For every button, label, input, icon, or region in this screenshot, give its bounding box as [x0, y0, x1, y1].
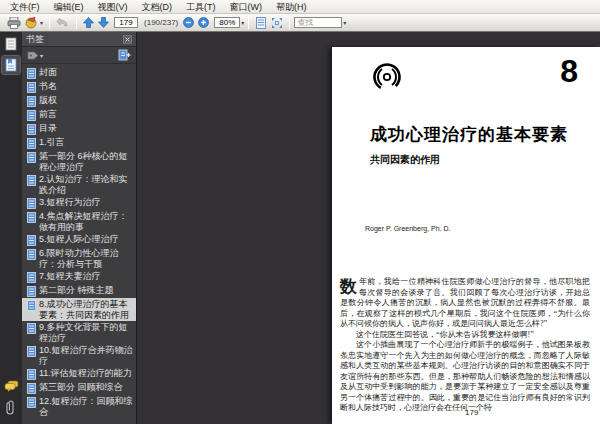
bookmark-label: 11.评估短程治疗的能力	[39, 368, 132, 379]
pages-panel-icon	[5, 37, 17, 51]
zoom-level-input[interactable]	[214, 17, 240, 28]
bookmark-page-icon	[27, 397, 36, 408]
bookmarks-panel-icon	[5, 58, 17, 72]
chapter-subtitle: 共同因素的作用	[370, 153, 440, 167]
bookmark-page-icon	[27, 96, 36, 107]
bookmark-item[interactable]: 12.短程治疗：回顾和综合	[22, 395, 136, 418]
next-page-button[interactable]	[96, 15, 111, 30]
bookmark-item[interactable]: 前言	[22, 108, 136, 122]
bookmark-page-icon	[27, 82, 36, 93]
scroll-mode-button[interactable]	[253, 15, 269, 30]
bookmark-label: 9.多种文化背景下的短程治疗	[39, 322, 134, 343]
page-down-icon	[98, 17, 109, 28]
bookmark-page-icon	[27, 68, 36, 79]
comments-panel-icon	[4, 380, 19, 392]
bookmark-item[interactable]: 第三部分 回顾和综合	[22, 381, 136, 395]
bookmark-item[interactable]: 7.短程夫妻治疗	[22, 270, 136, 284]
email-button[interactable]: ▾	[23, 15, 45, 30]
zoom-in-button[interactable]	[196, 15, 211, 30]
bookmark-item[interactable]: 5.短程人际心理治疗	[22, 233, 136, 247]
bookmark-options-button[interactable]: ▾	[27, 50, 43, 61]
zoom-dropdown-caret[interactable]: ▾	[241, 19, 244, 26]
menu-bar: 文件(F) 编辑(E) 视图(V) 文档(D) 工具(T) 窗口(W) 帮助(H…	[0, 0, 600, 14]
search-input[interactable]	[294, 17, 342, 28]
close-panel-icon[interactable]	[123, 35, 132, 44]
bookmark-item[interactable]: 第二部分 特殊主题	[22, 284, 136, 298]
bookmark-item[interactable]: 目录	[22, 122, 136, 136]
bookmark-item[interactable]: 9.多种文化背景下的短程治疗	[22, 321, 136, 344]
expand-bookmark-icon[interactable]	[118, 49, 131, 61]
page-number-input[interactable]	[114, 17, 138, 28]
menu-item[interactable]: 视图(V)	[91, 0, 135, 14]
bookmark-page-icon	[27, 124, 36, 135]
bookmark-page-icon	[27, 212, 36, 223]
bookmark-page-icon	[27, 175, 36, 186]
pages-panel-button[interactable]	[2, 35, 20, 53]
email-icon	[25, 16, 39, 29]
previous-page-button[interactable]	[81, 15, 96, 30]
bookmark-page-icon	[27, 346, 36, 357]
bookmark-item[interactable]: 4.焦点解决短程治疗：做有用的事	[22, 210, 136, 233]
bookmark-options-icon	[27, 50, 39, 61]
menu-item[interactable]: 编辑(E)	[47, 0, 91, 14]
zoom-out-button[interactable]	[181, 15, 196, 30]
bookmark-page-icon	[27, 300, 36, 311]
menu-item[interactable]: 窗口(W)	[223, 0, 270, 14]
zoom-out-icon	[183, 17, 194, 28]
document-canvas: 8 成功心理治疗的基本要素 共同因素的作用 Roger P. Greenberg…	[137, 32, 600, 424]
menu-item[interactable]: 文件(F)	[3, 0, 47, 14]
bookmark-page-icon	[27, 235, 36, 246]
scroll-mode-icon	[255, 17, 267, 29]
bookmark-label: 第二部分 特殊主题	[39, 285, 114, 296]
drop-cap: 数	[340, 278, 357, 296]
bookmark-label: 封面	[39, 67, 57, 78]
attachments-panel-icon	[6, 400, 16, 415]
page-number-label: 179	[465, 408, 478, 417]
menu-item[interactable]: 文档(D)	[135, 0, 180, 14]
bookmark-label: 前言	[39, 109, 57, 120]
print-button[interactable]	[5, 15, 23, 30]
search-dropdown-caret[interactable]: ▾	[343, 19, 346, 26]
menu-item[interactable]: 工具(T)	[179, 0, 223, 14]
attachments-panel-button[interactable]	[2, 398, 20, 416]
email-dropdown-caret[interactable]: ▾	[40, 19, 43, 26]
previous-view-icon	[56, 17, 70, 28]
comments-panel-button[interactable]	[2, 377, 20, 395]
bookmark-label: 5.短程人际心理治疗	[39, 234, 119, 245]
bookmark-options-caret: ▾	[40, 52, 43, 59]
chapter-number: 8	[560, 53, 578, 90]
bookmark-item[interactable]: 封面	[22, 66, 136, 80]
bookmark-page-icon	[27, 369, 36, 380]
bookmarks-panel-header: 书签	[22, 32, 136, 47]
bookmark-page-icon	[27, 323, 36, 334]
bookmarks-panel: 书签 ▾	[22, 32, 137, 424]
bookmark-item[interactable]: 3.短程行为治疗	[22, 196, 136, 210]
bookmark-item[interactable]: 6.限时动力性心理治疗：分析与干预	[22, 247, 136, 270]
zoom-in-icon	[198, 17, 209, 28]
bookmark-label: 6.限时动力性心理治疗：分析与干预	[39, 248, 134, 269]
bookmark-item[interactable]: 1.引言	[22, 136, 136, 150]
bookmark-label: 2.认知治疗：理论和实践介绍	[39, 174, 134, 195]
previous-view-button[interactable]	[54, 15, 72, 30]
print-icon	[7, 17, 21, 29]
bookmarks-panel-button[interactable]	[2, 56, 20, 74]
body-text: 数年前，我给一位精神科住院医师做心理治疗的督导，他尽职地把每次督导的会谈录了音。…	[340, 277, 590, 414]
bookmark-item[interactable]: 2.认知治疗：理论和实践介绍	[22, 173, 136, 196]
bookmark-item[interactable]: 版权	[22, 94, 136, 108]
bookmark-item[interactable]: 11.评估短程治疗的能力	[22, 367, 136, 381]
bookmark-page-icon	[27, 383, 36, 394]
bookmark-label: 目录	[39, 123, 57, 134]
bookmark-item[interactable]: 10.短程治疗合并药物治疗	[22, 344, 136, 367]
bookmark-page-icon	[27, 138, 36, 149]
toolbar: ▾ (190/237) ▾	[0, 14, 600, 32]
bookmark-page-icon	[27, 110, 36, 121]
toolbar-separator	[49, 16, 50, 29]
bookmark-item[interactable]: 第一部分 6种核心的短程心理治疗	[22, 150, 136, 173]
fit-window-button[interactable]	[269, 15, 285, 30]
bookmark-label: 7.短程夫妻治疗	[39, 271, 101, 282]
bookmark-item[interactable]: 书名	[22, 80, 136, 94]
toolbar-separator	[76, 16, 77, 29]
menu-item[interactable]: 帮助(H)	[269, 0, 314, 14]
bookmark-label: 10.短程治疗合并药物治疗	[39, 345, 134, 366]
bookmark-item[interactable]: 8.成功心理治疗的基本要素：共同因素的作用	[22, 298, 136, 321]
